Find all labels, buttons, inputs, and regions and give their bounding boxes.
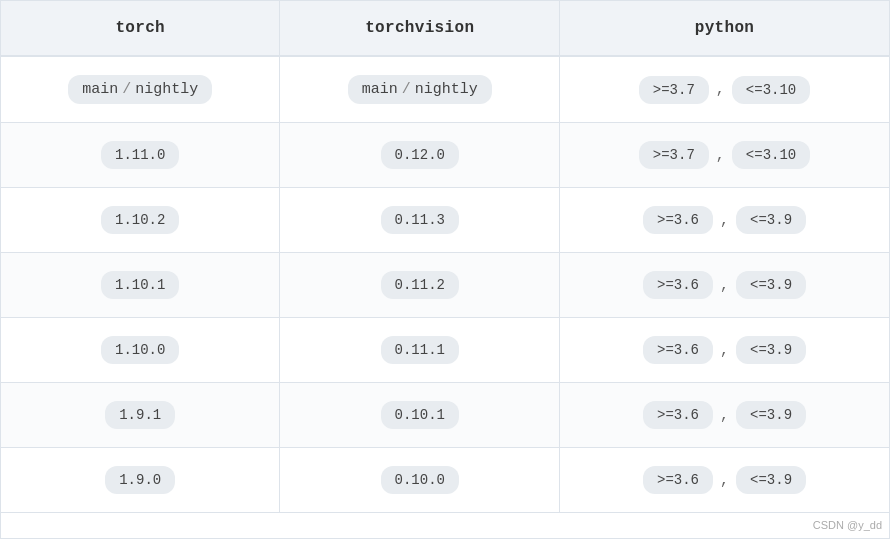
torchvision-cell: 0.11.2 [280,253,560,318]
python-cell: >=3.7 , <=3.10 [560,56,889,123]
torch-version-badge: 1.11.0 [101,141,179,169]
python-max-badge: <=3.10 [732,76,810,104]
python-min-badge: >=3.6 [643,336,713,364]
python-cell: >=3.6 , <=3.9 [560,253,889,318]
python-max-badge: <=3.9 [736,466,806,494]
python-cell: >=3.6 , <=3.9 [560,383,889,448]
torch-version-badge: 1.9.1 [105,401,175,429]
python-comma: , [716,81,725,98]
torch-cell: 1.10.0 [1,318,280,383]
torchvision-version-badge: 0.10.1 [381,401,459,429]
python-cell: >=3.7 , <=3.10 [560,123,889,188]
python-max-badge: <=3.9 [736,336,806,364]
table-row: 1.10.20.11.3 >=3.6 , <=3.9 [1,188,889,253]
torch-cell: 1.11.0 [1,123,280,188]
python-min-badge: >=3.7 [639,76,709,104]
torch-cell: 1.10.1 [1,253,280,318]
torch-cell: 1.10.2 [1,188,280,253]
python-min-badge: >=3.6 [643,271,713,299]
python-max-badge: <=3.9 [736,401,806,429]
table-row: 1.10.00.11.1 >=3.6 , <=3.9 [1,318,889,383]
torchvision-cell: 0.10.1 [280,383,560,448]
table-row: 1.10.10.11.2 >=3.6 , <=3.9 [1,253,889,318]
python-max-badge: <=3.9 [736,271,806,299]
torch-cell: 1.9.1 [1,383,280,448]
python-min-badge: >=3.6 [643,401,713,429]
python-min-badge: >=3.6 [643,466,713,494]
col-header-torchvision: torchvision [280,1,560,56]
python-max-badge: <=3.10 [732,141,810,169]
torchvision-version-badge: 0.11.1 [381,336,459,364]
torch-version-badge: 1.10.2 [101,206,179,234]
torch-version-badge: 1.10.1 [101,271,179,299]
torchvision-version-badge: 0.11.3 [381,206,459,234]
torch-cell: main / nightly [1,56,280,123]
python-comma: , [716,147,725,164]
python-max-badge: <=3.9 [736,206,806,234]
torchvision-cell: 0.11.3 [280,188,560,253]
col-header-torch: torch [1,1,280,56]
python-min-badge: >=3.7 [639,141,709,169]
python-comma: , [720,407,729,424]
torchvision-cell: 0.11.1 [280,318,560,383]
table-row: 1.11.00.12.0 >=3.7 , <=3.10 [1,123,889,188]
torchvision-version-badge: 0.10.0 [381,466,459,494]
torchvision-cell: 0.10.0 [280,448,560,513]
python-comma: , [720,277,729,294]
python-min-badge: >=3.6 [643,206,713,234]
torchvision-version-badge: 0.12.0 [381,141,459,169]
torch-version-badge: 1.9.0 [105,466,175,494]
python-cell: >=3.6 , <=3.9 [560,448,889,513]
torchvision-version-badge: 0.11.2 [381,271,459,299]
compatibility-table: torch torchvision python main / nightlym… [0,0,890,539]
col-header-python: python [560,1,889,56]
table-row: 1.9.00.10.0 >=3.6 , <=3.9 [1,448,889,513]
python-cell: >=3.6 , <=3.9 [560,188,889,253]
python-comma: , [720,212,729,229]
python-comma: , [720,472,729,489]
torchvision-cell: 0.12.0 [280,123,560,188]
table-row: main / nightlymain / nightly >=3.7 , <=3… [1,56,889,123]
table-row: 1.9.10.10.1 >=3.6 , <=3.9 [1,383,889,448]
torch-version-badge: 1.10.0 [101,336,179,364]
torch-cell: 1.9.0 [1,448,280,513]
watermark-label: CSDN @y_dd [813,519,882,531]
python-comma: , [720,342,729,359]
torchvision-nightly-badge: main / nightly [348,75,492,104]
python-cell: >=3.6 , <=3.9 [560,318,889,383]
torchvision-cell: main / nightly [280,56,560,123]
torch-nightly-badge: main / nightly [68,75,212,104]
